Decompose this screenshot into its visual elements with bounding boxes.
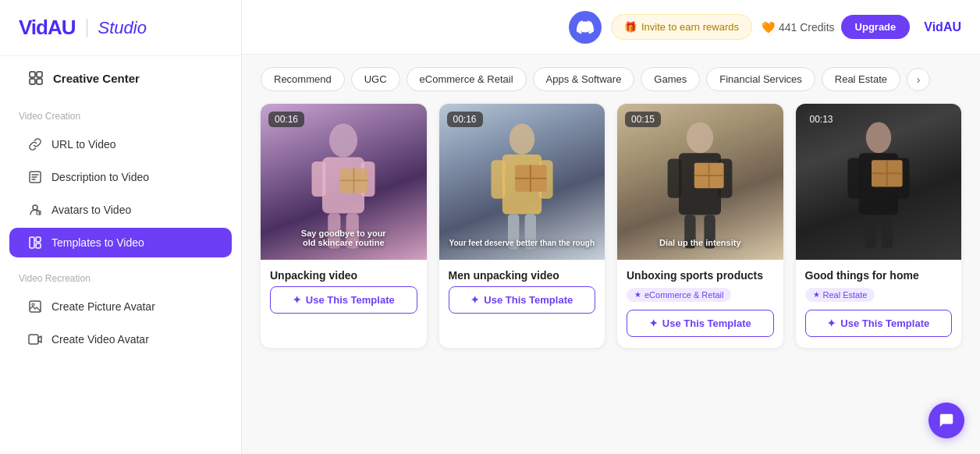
sidebar-item-description-to-video[interactable]: Description to Video (9, 162, 232, 192)
person-figure-4 (825, 119, 932, 260)
sidebar-label-picture-avatar: Create Picture Avatar (51, 300, 155, 313)
card-body-2: Men unpacking video ✦ Use This Template (439, 260, 605, 325)
filter-tabs: Recommend UGC eCommerce & Retail Apps & … (261, 67, 961, 91)
svg-rect-44 (865, 215, 875, 248)
card-body-3: Unboxing sports products ★ eCommerce & R… (617, 260, 783, 348)
svg-rect-24 (491, 160, 505, 199)
video-card-2: 00:16 Your feet deserve better than th (439, 104, 605, 348)
caption-1: Say goodbye to yourold skincare routine (261, 229, 427, 247)
svg-rect-8 (36, 237, 41, 242)
svg-rect-3 (37, 79, 42, 84)
chat-bubble[interactable] (929, 403, 964, 438)
use-template-btn-4[interactable]: ✦ Use This Template (805, 310, 953, 337)
discord-icon (577, 19, 594, 36)
link-icon (28, 137, 42, 151)
sidebar-label-url: URL to Video (51, 138, 116, 151)
sparkle-icon-3: ✦ (649, 317, 658, 329)
filter-tab-realestate[interactable]: Real Estate (822, 67, 900, 91)
svg-rect-15 (312, 161, 326, 197)
filter-tab-recommend[interactable]: Recommend (261, 67, 345, 91)
sidebar-item-creative-center[interactable]: Creative Center (9, 62, 232, 94)
svg-rect-9 (36, 243, 41, 248)
svg-point-40 (866, 122, 891, 154)
card-title-4: Good things for home (805, 269, 953, 282)
sparkle-icon-1: ✦ (293, 294, 301, 306)
svg-rect-1 (37, 72, 42, 77)
use-template-btn-1[interactable]: ✦ Use This Template (270, 286, 417, 314)
caption-3: Dial up the intensity (617, 238, 783, 247)
card-title-1: Unpacking video (270, 269, 417, 282)
card-body-1: Unpacking video ✦ Use This Template (261, 260, 427, 325)
tag-star-3: ★ (634, 290, 641, 299)
chat-icon (938, 412, 955, 429)
use-template-btn-2[interactable]: ✦ Use This Template (449, 286, 596, 314)
filter-tab-apps[interactable]: Apps & Software (533, 67, 635, 91)
sidebar-item-templates-to-video[interactable]: Templates to Video (9, 228, 232, 257)
picture-avatar-icon (28, 300, 42, 314)
svg-rect-33 (668, 158, 682, 197)
caption-2: Your feet deserve better than the rough (439, 239, 605, 247)
creative-center-label: Creative Center (53, 72, 140, 85)
logo-divider (87, 19, 87, 37)
sidebar-item-create-picture-avatar[interactable]: Create Picture Avatar (9, 292, 232, 321)
video-thumb-3: 00:15 Dial up the intensity (617, 104, 783, 260)
svg-rect-45 (881, 215, 892, 248)
cards-grid: 00:16 Say goodbye to yourol (261, 104, 961, 348)
card-tag-4: ★ Real Estate (805, 288, 875, 302)
logo-studio: Studio (98, 18, 147, 38)
video-creation-section: Video Creation (0, 97, 241, 128)
video-avatar-icon (28, 332, 42, 346)
template-icon (28, 236, 42, 250)
svg-rect-0 (30, 72, 35, 77)
video-thumb-1: 00:16 Say goodbye to yourol (261, 104, 427, 260)
grid-icon (28, 70, 44, 86)
discord-button[interactable] (569, 11, 602, 44)
svg-point-11 (32, 303, 34, 306)
sidebar-item-url-to-video[interactable]: URL to Video (9, 129, 232, 159)
filter-arrow-right[interactable]: › (907, 68, 930, 91)
filter-tab-ugc[interactable]: UGC (351, 67, 400, 91)
sidebar-label-video-avatar: Create Video Avatar (51, 333, 149, 346)
sparkle-icon-2: ✦ (470, 294, 479, 306)
content-area: Recommend UGC eCommerce & Retail Apps & … (242, 55, 980, 454)
credits-amount: 441 Credits (779, 21, 835, 34)
topbar-brand: VidAU (924, 20, 961, 34)
video-thumb-4: 00:13 (796, 104, 962, 260)
svg-rect-2 (30, 79, 35, 84)
sidebar-label-description: Description to Video (51, 171, 149, 183)
use-template-btn-3[interactable]: ✦ Use This Template (627, 310, 774, 337)
card-tag-3: ★ eCommerce & Retail (627, 288, 731, 302)
svg-rect-7 (30, 237, 34, 248)
video-card-1: 00:16 Say goodbye to yourol (261, 104, 427, 348)
tag-star-4: ★ (813, 290, 820, 299)
credits-text: 🧡 441 Credits (762, 21, 835, 34)
card-title-2: Men unpacking video (449, 269, 596, 282)
heart-icon: 🧡 (762, 21, 775, 34)
invite-button[interactable]: 🎁 Invite to earn rewards (611, 14, 752, 40)
topbar: 🎁 Invite to earn rewards 🧡 441 Credits U… (242, 0, 980, 55)
svg-rect-10 (30, 301, 41, 312)
svg-rect-12 (29, 335, 38, 344)
filter-tab-ecommerce[interactable]: eCommerce & Retail (407, 67, 527, 91)
description-icon (28, 170, 42, 184)
main-content: 🎁 Invite to earn rewards 🧡 441 Credits U… (242, 0, 980, 454)
upgrade-button[interactable]: Upgrade (841, 15, 911, 39)
svg-point-22 (510, 123, 534, 154)
invite-label: Invite to earn rewards (641, 21, 739, 33)
sidebar-item-create-video-avatar[interactable]: Create Video Avatar (9, 325, 232, 354)
card-title-3: Unboxing sports products (627, 269, 774, 282)
sparkle-icon-4: ✦ (827, 317, 836, 329)
credits-area: 🧡 441 Credits Upgrade (762, 15, 910, 39)
filter-tab-games[interactable]: Games (641, 67, 700, 91)
sidebar-label-templates: Templates to Video (51, 236, 144, 249)
sidebar-item-avatars-to-video[interactable]: Avatars to Video (9, 195, 232, 225)
video-card-3: 00:15 Dial up the intensity (617, 104, 783, 348)
logo-vid: VidAU (19, 16, 76, 40)
avatar-icon (28, 203, 42, 217)
sidebar: VidAU Studio Creative Center Video Creat… (0, 0, 242, 454)
svg-rect-42 (847, 158, 861, 199)
video-card-4: 00:13 Good things fo (796, 104, 962, 348)
video-thumb-2: 00:16 Your feet deserve better than th (439, 104, 605, 260)
filter-tab-financial[interactable]: Financial Services (706, 67, 815, 91)
video-recreation-section: Video Recreation (0, 259, 241, 290)
